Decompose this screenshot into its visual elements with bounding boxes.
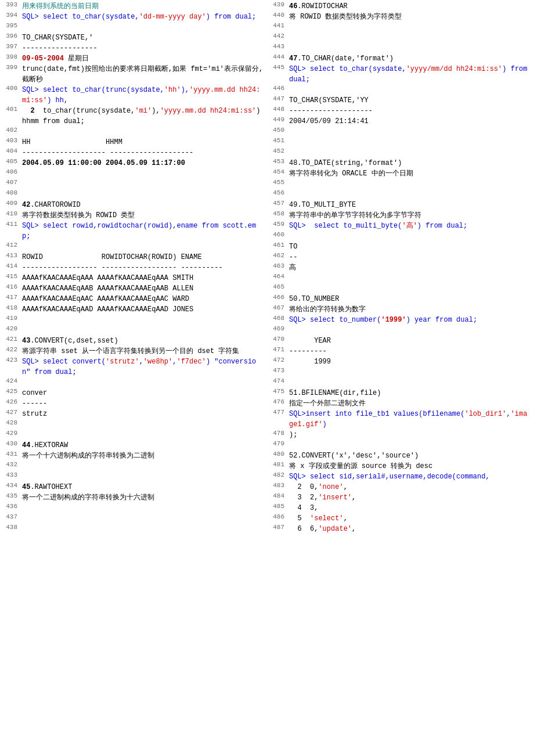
line: 481将 x 字段或变量的源 source 转换为 desc bbox=[270, 461, 531, 471]
line-number: 438 bbox=[3, 524, 22, 531]
line-content: HH HHMM bbox=[22, 137, 264, 147]
line-content: strutz bbox=[22, 409, 264, 419]
line-content: 4 3, bbox=[289, 503, 531, 513]
line-content: 将一个二进制构成的字符串转换为十六进制 bbox=[22, 492, 264, 503]
line: 441 bbox=[270, 22, 531, 33]
line-number: 485 bbox=[270, 503, 289, 510]
line: 43044.HEXTORAW bbox=[3, 440, 264, 451]
line-content: 49.TO_MULTI_BYTE bbox=[289, 200, 531, 210]
line-content: ------------------ ------------------ --… bbox=[22, 262, 264, 273]
line-number: 449 bbox=[270, 116, 289, 123]
line-content: 46.ROWIDTOCHAR bbox=[289, 1, 531, 12]
line-number: 487 bbox=[270, 524, 289, 531]
line-number: 432 bbox=[3, 461, 22, 468]
line-content: 将 x 字段或变量的源 source 转换为 desc bbox=[289, 461, 531, 471]
right-column: 43946.ROWIDTOCHAR440将 ROWID 数据类型转换为字符类型4… bbox=[267, 0, 534, 535]
line-content: -------------------- -------------------… bbox=[22, 147, 264, 158]
line-number: 458 bbox=[270, 210, 289, 217]
line: 417AAAAfKAACAAAEqAAC AAAAfKAACAAAEqAAC W… bbox=[3, 294, 264, 304]
line-number: 483 bbox=[270, 482, 289, 489]
line-content: 将一个十六进制构成的字符串转换为二进制 bbox=[22, 451, 264, 461]
line-content: 将字符串转化为 ORACLE 中的一个日期 bbox=[289, 168, 531, 179]
line: 4492004/05/09 21:14:41 bbox=[270, 116, 531, 127]
line-number: 421 bbox=[3, 336, 22, 343]
line-content: 51.BFILENAME(dir,file) bbox=[289, 388, 531, 398]
line-content: SQL> select to_char(sysdate,'dd-mm-yyyy … bbox=[22, 12, 264, 22]
line: 469 bbox=[270, 325, 531, 336]
line: 43445.RAWTOHEXT bbox=[3, 482, 264, 492]
line-number: 397 bbox=[3, 43, 22, 50]
line-number: 401 bbox=[3, 106, 22, 113]
line: 431将一个十六进制构成的字符串转换为二进制 bbox=[3, 451, 264, 461]
line: 484 3 2,'insert', bbox=[270, 492, 531, 503]
line: 428 bbox=[3, 419, 264, 430]
line-content: 5 'select', bbox=[289, 513, 531, 524]
line: 483 2 0,'none', bbox=[270, 482, 531, 492]
line-content: 44.HEXTORAW bbox=[22, 440, 264, 451]
line-number: 440 bbox=[270, 12, 289, 19]
line: 40942.CHARTOROWID bbox=[3, 200, 264, 210]
line: 44447.TO_CHAR(date,'format') bbox=[270, 53, 531, 64]
left-column: 393用来得到系统的当前日期394SQL> select to_char(sys… bbox=[0, 0, 267, 535]
line-content: ROWID ROWIDTOCHAR(ROWID) ENAME bbox=[22, 252, 264, 262]
line: 486 5 'select', bbox=[270, 513, 531, 524]
line: 440将 ROWID 数据类型转换为字符类型 bbox=[270, 12, 531, 22]
line-number: 472 bbox=[270, 357, 289, 363]
line-number: 406 bbox=[3, 168, 22, 175]
line-number: 430 bbox=[3, 440, 22, 447]
line-content: 43.CONVERT(c,dset,sset) bbox=[22, 336, 264, 346]
line-number: 447 bbox=[270, 95, 289, 102]
line: 456 bbox=[270, 189, 531, 200]
line-number: 469 bbox=[270, 325, 289, 332]
line-number: 414 bbox=[3, 262, 22, 269]
line-number: 410 bbox=[3, 210, 22, 217]
line: 432 bbox=[3, 461, 264, 471]
line: 39809-05-2004 星期日 bbox=[3, 53, 264, 64]
line-content: 高 bbox=[289, 262, 531, 273]
line-number: 419 bbox=[3, 315, 22, 322]
line: 410将字符数据类型转换为 ROWID 类型 bbox=[3, 210, 264, 221]
line-number: 403 bbox=[3, 137, 22, 144]
line: 407 bbox=[3, 179, 264, 189]
line-number: 474 bbox=[270, 377, 289, 384]
line: 447TO_CHAR(SYSDATE,'YY bbox=[270, 95, 531, 106]
line: 422将源字符串 sset 从一个语言字符集转换到另一个目的 dset 字符集 bbox=[3, 346, 264, 357]
line-number: 439 bbox=[270, 1, 289, 8]
line-content: 将给出的字符转换为数字 bbox=[289, 304, 531, 315]
line: 404-------------------- ----------------… bbox=[3, 147, 264, 158]
line: 435将一个二进制构成的字符串转换为十六进制 bbox=[3, 492, 264, 503]
line: 450 bbox=[270, 127, 531, 137]
line-number: 471 bbox=[270, 346, 289, 353]
line-content: 50.TO_NUMBER bbox=[289, 294, 531, 304]
line-number: 425 bbox=[3, 388, 22, 395]
line-number: 422 bbox=[3, 346, 22, 353]
line-content: AAAAfKAACAAAEqAAC AAAAfKAACAAAEqAAC WARD bbox=[22, 294, 264, 304]
line-content: 45.RAWTOHEXT bbox=[22, 482, 264, 492]
line-content: 47.TO_CHAR(date,'format') bbox=[289, 53, 531, 64]
line-number: 478 bbox=[270, 430, 289, 437]
line: 394SQL> select to_char(sysdate,'dd-mm-yy… bbox=[3, 12, 264, 22]
line-number: 473 bbox=[270, 367, 289, 374]
line-number: 405 bbox=[3, 158, 22, 165]
line: 412 bbox=[3, 242, 264, 252]
line: 45348.TO_DATE(string,'format') bbox=[270, 158, 531, 168]
line-content: ------ bbox=[22, 398, 264, 409]
line: 464 bbox=[270, 273, 531, 283]
line-number: 444 bbox=[270, 53, 289, 60]
line-content: TO_CHAR(SYSDATE,'YY bbox=[289, 95, 531, 106]
line-number: 423 bbox=[3, 357, 22, 363]
line-number: 452 bbox=[270, 147, 289, 154]
line: 415AAAAfKAACAAAEqAAA AAAAfKAACAAAEqAAA S… bbox=[3, 273, 264, 283]
line-number: 463 bbox=[270, 262, 289, 269]
line-content: 42.CHARTOROWID bbox=[22, 200, 264, 210]
line-number: 416 bbox=[3, 283, 22, 290]
line: 418AAAAfKAACAAAEqAAD AAAAfKAACAAAEqAAD J… bbox=[3, 304, 264, 315]
line-number: 436 bbox=[3, 503, 22, 510]
line: 463高 bbox=[270, 262, 531, 273]
line-number: 453 bbox=[270, 158, 289, 165]
main-container: 393用来得到系统的当前日期394SQL> select to_char(sys… bbox=[0, 0, 534, 535]
line-content: -- bbox=[289, 252, 531, 262]
line-number: 428 bbox=[3, 419, 22, 426]
line: 401 2 to_char(trunc(sysdate,'mi'),'yyyy.… bbox=[3, 106, 264, 127]
line: 478); bbox=[270, 430, 531, 440]
